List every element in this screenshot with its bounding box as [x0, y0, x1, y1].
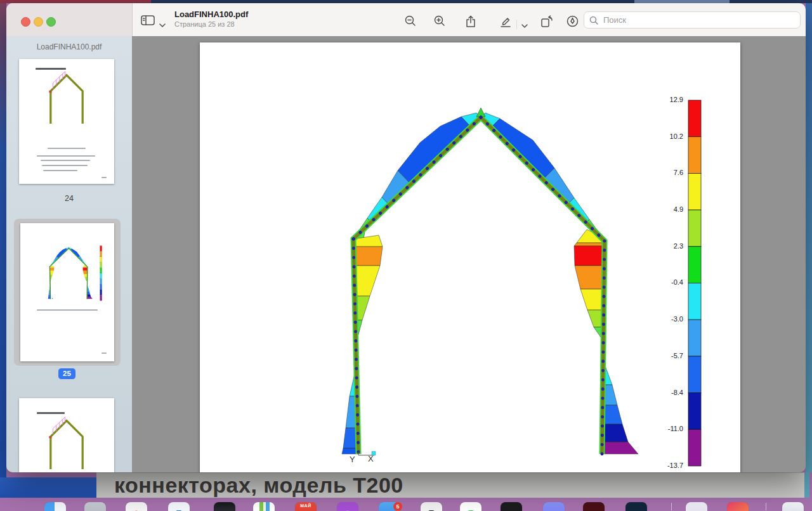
- stress-diagram: [200, 42, 740, 472]
- mini-frame-diagram-26: [28, 408, 105, 472]
- page-indicator: Страница 25 из 28: [174, 20, 248, 28]
- legend-tick: -3.0: [671, 315, 683, 323]
- dock-icon-app-purple[interactable]: [337, 502, 358, 511]
- desktop-right-edge: [806, 3, 812, 472]
- calendar-month-label: МАЙ: [295, 503, 317, 508]
- titlebar: LoadFINHA100.pdf Страница 25 из 28: [6, 3, 806, 37]
- dock-icon-app-indigo[interactable]: [543, 502, 565, 511]
- mail-unread-badge: 5: [393, 502, 402, 511]
- dock-icon-app-light[interactable]: [686, 502, 707, 511]
- thumbnail-page-24[interactable]: [19, 59, 114, 184]
- background-window-blue: [0, 477, 96, 498]
- dock-icon-xcode[interactable]: [253, 502, 275, 511]
- share-icon[interactable]: [464, 15, 477, 31]
- pdf-page: 12.9 10.2 7.6 4.9 2.3 -0.4 -3.0 -5.7 -8.…: [200, 42, 740, 472]
- search-field[interactable]: [584, 11, 801, 29]
- screen: { "desktop": { "background_window_text":…: [0, 0, 812, 511]
- zoom-out-icon[interactable]: [404, 15, 417, 30]
- legend-tick: 2.3: [674, 242, 683, 250]
- dock-icon-terminal[interactable]: [214, 502, 235, 511]
- mini-stress-diagram-25: [27, 237, 108, 304]
- dock-icon-app-red-circle[interactable]: [126, 502, 147, 511]
- legend-tick: -8.4: [671, 389, 683, 396]
- dock-separator: [671, 503, 672, 510]
- legend-tick: 7.6: [674, 169, 683, 176]
- zoom-in-icon[interactable]: [433, 15, 446, 30]
- legend-tick: -13.7: [667, 462, 683, 469]
- legend-tick: -5.7: [671, 352, 683, 359]
- minimize-button[interactable]: [34, 17, 43, 27]
- legend-tick: 10.2: [670, 133, 683, 140]
- markup-pencil-icon[interactable]: [499, 15, 513, 31]
- close-button[interactable]: [21, 17, 30, 27]
- dock-icon-trash[interactable]: [782, 502, 804, 511]
- pdf-content-area: 12.9 10.2 7.6 4.9 2.3 -0.4 -3.0 -5.7 -8.…: [132, 36, 806, 472]
- sidebar-tab-title[interactable]: LoadFINHA100.pdf: [6, 42, 132, 51]
- rotate-icon[interactable]: [540, 15, 555, 31]
- dock-icon-app-maroon[interactable]: [583, 502, 605, 511]
- markup-chevron-down-icon[interactable]: [521, 20, 528, 31]
- toolbar-divider: [516, 20, 517, 29]
- dock-icon-calendar[interactable]: МАЙ: [295, 502, 317, 511]
- dock-separator-2: [766, 503, 766, 510]
- search-icon: [589, 16, 598, 25]
- preview-window: LoadFINHA100.pdf Страница 25 из 28: [6, 3, 806, 472]
- sidebar-chevron-down-icon[interactable]: [159, 19, 166, 30]
- dock-icon-system-settings[interactable]: [84, 502, 106, 511]
- background-window-left-edge: [0, 3, 6, 498]
- legend-tick: 12.9: [670, 96, 683, 103]
- background-document-window: коннекторах, модель Т200: [96, 472, 804, 498]
- search-input[interactable]: [602, 15, 782, 25]
- dock-icon-github[interactable]: [421, 502, 442, 511]
- thumbnail-page-26[interactable]: [19, 398, 114, 472]
- document-title-block: LoadFINHA100.pdf Страница 25 из 28: [174, 10, 248, 28]
- legend-tick: 4.9: [674, 205, 683, 213]
- axis-label-x: X: [368, 454, 374, 463]
- thumbnail-label-24: 24: [6, 194, 132, 203]
- legend-tick: -11.0: [668, 425, 683, 432]
- document-title: LoadFINHA100.pdf: [174, 10, 248, 19]
- sidebar-thumbnails: LoadFINHA100.pdf 24 25: [6, 36, 133, 472]
- sidebar-toggle-icon[interactable]: [141, 15, 157, 29]
- axis-label-y: Y: [350, 455, 355, 464]
- dock-icon-safari[interactable]: [168, 502, 190, 511]
- dock-icon-app-pink[interactable]: [727, 502, 749, 511]
- thumbnail-page-25[interactable]: [20, 223, 114, 361]
- background-teal-sliver: [804, 472, 809, 498]
- thumbnail-label-25-selected: 25: [58, 368, 75, 379]
- background-document-heading: коннекторах, модель Т200: [114, 473, 403, 498]
- legend-tick: -0.4: [671, 278, 683, 286]
- mini-frame-diagram-24: [28, 63, 105, 145]
- dock-icon-whatsapp[interactable]: [460, 502, 481, 511]
- dock-icon-app-navy[interactable]: [625, 502, 647, 511]
- zoom-window-button[interactable]: [46, 17, 56, 27]
- annotate-icon[interactable]: [566, 15, 580, 31]
- dock-icon-finder[interactable]: [44, 502, 66, 511]
- dock-icon-app-black-star[interactable]: [501, 502, 522, 511]
